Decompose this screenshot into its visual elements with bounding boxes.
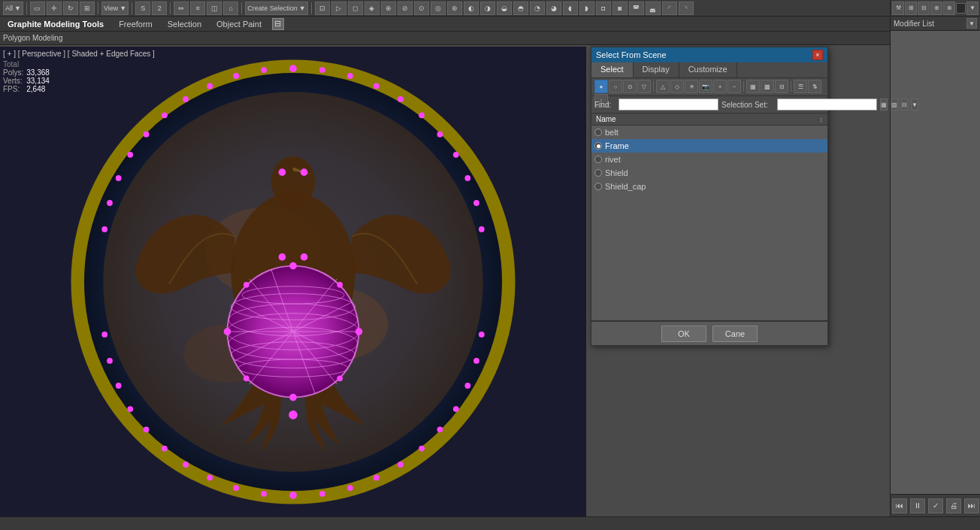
tb2[interactable]: ▷ bbox=[331, 2, 346, 15]
tb18[interactable]: ◘ bbox=[596, 2, 611, 15]
sel-set-input[interactable] bbox=[777, 98, 877, 111]
tb22[interactable]: ◜ bbox=[662, 2, 677, 15]
tb13[interactable]: ◓ bbox=[513, 2, 528, 15]
list-item-rivet[interactable]: rivet bbox=[591, 153, 827, 166]
tb9[interactable]: ⊛ bbox=[447, 2, 462, 15]
tb6[interactable]: ⊘ bbox=[398, 2, 413, 15]
ok-button[interactable]: OK bbox=[661, 326, 706, 342]
dt-filter-btn[interactable]: ▽ bbox=[637, 80, 651, 93]
svg-point-7 bbox=[437, 132, 443, 138]
tb19[interactable]: ◙ bbox=[612, 2, 628, 15]
tb21[interactable]: ◛ bbox=[646, 2, 661, 15]
select-region-btn[interactable]: ▭ bbox=[30, 2, 45, 15]
menu-freeform[interactable]: Freeform bbox=[114, 18, 157, 30]
bone-btn[interactable]: ⌂ bbox=[223, 2, 238, 15]
menu-selection[interactable]: Selection bbox=[163, 18, 206, 30]
tb1[interactable]: ⊡ bbox=[315, 2, 330, 15]
dialog-close-btn[interactable]: × bbox=[812, 50, 823, 60]
tb11[interactable]: ◑ bbox=[480, 2, 495, 15]
tab-display[interactable]: Display bbox=[634, 62, 679, 77]
dialog-list: belt Frame rivet Shield Shield_cap bbox=[591, 126, 827, 321]
dt-display3-btn[interactable]: ⊟ bbox=[775, 80, 788, 93]
create-selection-dropdown[interactable]: Create Selection▼ bbox=[245, 2, 307, 15]
all-dropdown[interactable]: All ▼ bbox=[3, 2, 23, 15]
snap2-btn[interactable]: 2 bbox=[152, 2, 167, 15]
scale-btn[interactable]: ⊞ bbox=[80, 2, 95, 15]
dt-light-btn[interactable]: ☀ bbox=[685, 80, 698, 93]
tb17[interactable]: ◗ bbox=[579, 2, 594, 15]
svg-point-67 bbox=[355, 328, 363, 335]
anim-btn-1[interactable]: ⏮ bbox=[892, 498, 907, 513]
anim-btn-3[interactable]: ✓ bbox=[928, 498, 943, 513]
dt-display2-btn[interactable]: ▩ bbox=[761, 80, 774, 93]
rp-icon-2[interactable]: ⊞ bbox=[905, 2, 917, 15]
anim-btn-2[interactable]: ⏸ bbox=[910, 498, 925, 513]
tb8[interactable]: ◎ bbox=[431, 2, 446, 15]
rp-icon-dropdown[interactable]: ▼ bbox=[966, 2, 978, 15]
tab-customize[interactable]: Customize bbox=[679, 62, 737, 77]
svg-point-2 bbox=[319, 67, 325, 73]
list-item-shield-cap[interactable]: Shield_cap bbox=[591, 180, 827, 193]
viewport-area: [ + ] [ Perspective ] [ Shaded + Edged F… bbox=[0, 47, 586, 516]
rp-icon-3[interactable]: ⊟ bbox=[918, 2, 930, 15]
rp-icon-5[interactable]: ⊗ bbox=[943, 2, 955, 15]
dt-spacewarp-btn[interactable]: ~ bbox=[727, 80, 741, 93]
svg-point-66 bbox=[224, 328, 231, 335]
sel-set-btn-4[interactable]: ▼ bbox=[911, 98, 918, 111]
dt-shape-btn[interactable]: ◇ bbox=[670, 80, 684, 93]
sel-set-btn-1[interactable]: ▦ bbox=[880, 98, 888, 111]
list-item-belt[interactable]: belt bbox=[591, 126, 827, 139]
dt-geo-btn[interactable]: △ bbox=[656, 80, 670, 93]
menu-graphite[interactable]: Graphite Modeling Tools bbox=[3, 18, 108, 30]
rp-icon-4[interactable]: ⊕ bbox=[930, 2, 942, 15]
align-btn[interactable]: ≡ bbox=[190, 2, 205, 15]
anim-btn-4[interactable]: 🖨 bbox=[946, 498, 961, 513]
dt-invert-btn[interactable]: ⊙ bbox=[623, 80, 637, 93]
tb15[interactable]: ◕ bbox=[546, 2, 561, 15]
menu-icon-btn[interactable]: ⊟ bbox=[272, 18, 284, 30]
anim-btn-5[interactable]: ⏭ bbox=[964, 498, 979, 513]
tb14[interactable]: ◔ bbox=[530, 2, 545, 15]
tb10[interactable]: ◐ bbox=[464, 2, 479, 15]
svg-point-35 bbox=[207, 475, 213, 481]
svg-point-10 bbox=[473, 200, 479, 206]
sel-set-btn-2[interactable]: ▨ bbox=[891, 98, 898, 111]
cancel-button[interactable]: Cane bbox=[712, 326, 758, 342]
dt-all-btn[interactable]: ● bbox=[594, 80, 608, 93]
dialog-title-bar[interactable]: Select From Scene × bbox=[591, 47, 827, 62]
dt-none-btn[interactable]: ○ bbox=[609, 80, 622, 93]
tb3[interactable]: ◻ bbox=[348, 2, 363, 15]
sel-set-btn-3[interactable]: ⊟ bbox=[901, 98, 908, 111]
layer-btn[interactable]: ◫ bbox=[207, 2, 222, 15]
tb4[interactable]: ◈ bbox=[364, 2, 380, 15]
rp-icon-color[interactable] bbox=[956, 3, 966, 14]
svg-point-3 bbox=[347, 73, 353, 79]
mirror-btn[interactable]: ⇔ bbox=[174, 2, 189, 15]
tb20[interactable]: ◚ bbox=[629, 2, 644, 15]
tab-select[interactable]: Select bbox=[591, 62, 634, 77]
rp-icon-1[interactable]: ⚒ bbox=[892, 2, 904, 15]
rotate-btn[interactable]: ↻ bbox=[63, 2, 78, 15]
modifier-dropdown-btn[interactable]: ▼ bbox=[966, 18, 977, 29]
move-btn[interactable]: ✛ bbox=[47, 2, 62, 15]
dt-helper-btn[interactable]: + bbox=[713, 80, 727, 93]
list-item-shield[interactable]: Shield bbox=[591, 166, 827, 180]
dt-sort-btn[interactable]: ⇅ bbox=[808, 80, 821, 93]
dt-layer-btn[interactable]: ☰ bbox=[794, 80, 807, 93]
tb7[interactable]: ⊙ bbox=[414, 2, 429, 15]
dt-display-btn[interactable]: ▦ bbox=[746, 80, 760, 93]
svg-point-6 bbox=[419, 112, 425, 118]
tb23[interactable]: ◝ bbox=[679, 2, 694, 15]
tb16[interactable]: ◖ bbox=[563, 2, 578, 15]
tb12[interactable]: ◒ bbox=[497, 2, 512, 15]
list-item-rivet-text: rivet bbox=[605, 155, 621, 164]
list-item-shield-text: Shield bbox=[605, 168, 628, 177]
dt-camera-btn[interactable]: 📷 bbox=[699, 80, 712, 93]
menu-object-paint[interactable]: Object Paint bbox=[212, 18, 266, 30]
list-sort-btn[interactable]: ↕ bbox=[820, 116, 824, 123]
view-dropdown[interactable]: View▼ bbox=[101, 2, 129, 15]
find-input[interactable] bbox=[619, 98, 718, 111]
tb5[interactable]: ⊕ bbox=[381, 2, 396, 15]
list-item-frame[interactable]: Frame bbox=[591, 139, 827, 153]
snap-btn[interactable]: S bbox=[135, 2, 150, 15]
